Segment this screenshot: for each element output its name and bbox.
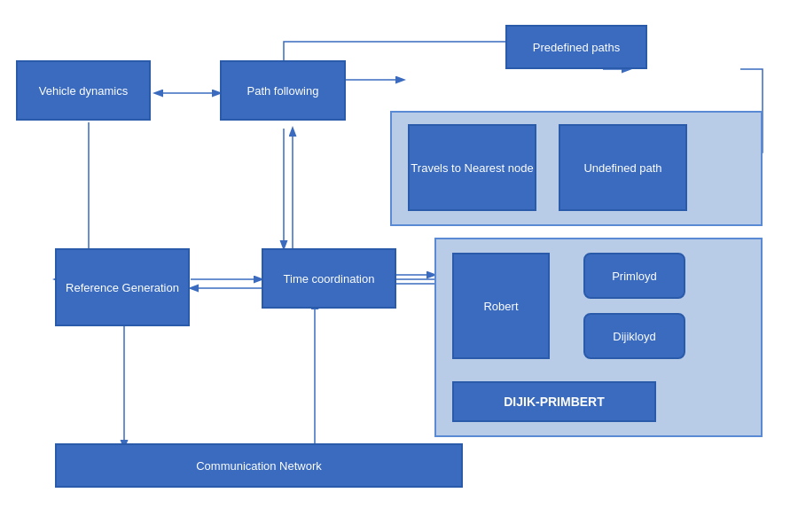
time-coordination-box: Time coordination bbox=[262, 248, 396, 309]
dijikloyd-box: Dijikloyd bbox=[583, 313, 685, 359]
reference-generation-box: Reference Generation bbox=[55, 248, 190, 326]
diagram-area: Vehicle dynamics Path following Predefin… bbox=[0, 0, 798, 532]
vehicle-dynamics-box: Vehicle dynamics bbox=[16, 60, 151, 121]
path-following-box: Path following bbox=[220, 60, 346, 121]
predefined-paths-box: Predefined paths bbox=[505, 25, 647, 69]
travels-nearest-box: Travels to Nearest node bbox=[408, 124, 536, 211]
primloyd-box: Primloyd bbox=[583, 253, 685, 299]
dijik-primbert-box: DIJIK-PRIMBERT bbox=[452, 381, 656, 422]
undefined-path-box: Undefined path bbox=[559, 124, 687, 211]
communication-network-box: Communication Network bbox=[55, 443, 463, 488]
robert-box: Robert bbox=[452, 253, 550, 359]
